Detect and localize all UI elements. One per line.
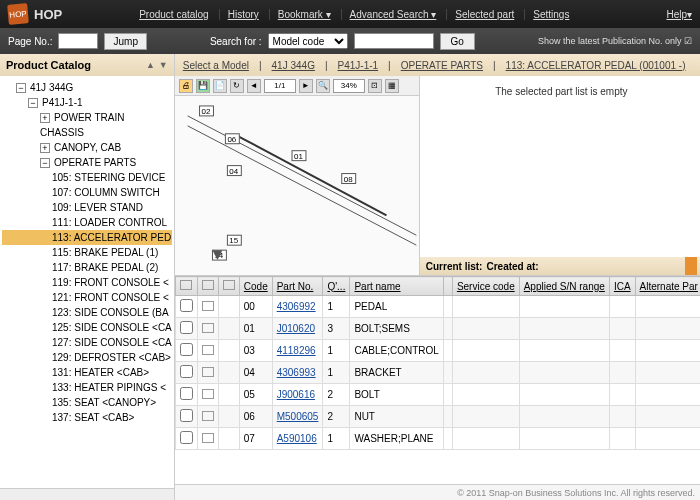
doc-icon[interactable]: 📄: [213, 79, 227, 93]
search-type-select[interactable]: Model code: [268, 33, 348, 49]
grid-icon[interactable]: ▦: [385, 79, 399, 93]
row-checkbox[interactable]: [180, 343, 193, 356]
table-row[interactable]: 06M5006052NUT: [175, 406, 700, 428]
table-row[interactable]: 05J9006162BOLT: [175, 384, 700, 406]
tree-leaf[interactable]: 111: LOADER CONTROL: [2, 215, 172, 230]
zoom-level[interactable]: 34%: [333, 79, 365, 93]
nav-selected-part[interactable]: Selected part: [446, 9, 522, 20]
zoom-icon[interactable]: 🔍: [316, 79, 330, 93]
sort-up-icon[interactable]: ▲: [146, 60, 155, 70]
bc-group[interactable]: OPERATE PARTS: [401, 60, 483, 71]
column-header[interactable]: Q'...: [323, 277, 350, 296]
column-header[interactable]: Part name: [350, 277, 443, 296]
sidebar-scrollbar[interactable]: [0, 488, 174, 500]
tree-leaf[interactable]: 117: BRAKE PEDAL (2): [2, 260, 172, 275]
bc-model[interactable]: 41J 344G: [272, 60, 315, 71]
search-input[interactable]: [354, 33, 434, 49]
tree-sub[interactable]: −P41J-1-1: [2, 95, 172, 110]
nav-settings[interactable]: Settings: [524, 9, 577, 20]
save-icon[interactable]: 💾: [196, 79, 210, 93]
tree-group[interactable]: −OPERATE PARTS: [2, 155, 172, 170]
part-number-link[interactable]: J900616: [277, 389, 315, 400]
tree-leaf[interactable]: 125: SIDE CONSOLE <CA: [2, 320, 172, 335]
go-button[interactable]: Go: [440, 33, 475, 50]
refresh-icon[interactable]: ↻: [230, 79, 244, 93]
column-header[interactable]: ICA: [609, 277, 635, 296]
name-cell: WASHER;PLANE: [350, 428, 443, 450]
expand-tab[interactable]: [685, 257, 697, 275]
cart-icon[interactable]: [202, 323, 214, 333]
row-checkbox[interactable]: [180, 387, 193, 400]
cart-icon[interactable]: [202, 301, 214, 311]
part-number-link[interactable]: M500605: [277, 411, 319, 422]
tree-root[interactable]: −41J 344G: [2, 80, 172, 95]
part-number-link[interactable]: 4306993: [277, 367, 316, 378]
page-no-input[interactable]: [58, 33, 98, 49]
tree-leaf[interactable]: 131: HEATER <CAB>: [2, 365, 172, 380]
tree-group[interactable]: +POWER TRAIN: [2, 110, 172, 125]
row-checkbox[interactable]: [180, 321, 193, 334]
column-header[interactable]: [443, 277, 452, 296]
top-nav: Product catalog History Bookmark ▾ Advan…: [131, 9, 577, 20]
nav-advanced-search[interactable]: Advanced Search ▾: [341, 9, 445, 20]
row-checkbox[interactable]: [180, 299, 193, 312]
cart-icon[interactable]: [202, 411, 214, 421]
tree-leaf[interactable]: 123: SIDE CONSOLE (BA: [2, 305, 172, 320]
table-row[interactable]: 0341182961CABLE;CONTROL: [175, 340, 700, 362]
row-checkbox[interactable]: [180, 431, 193, 444]
column-header[interactable]: [197, 277, 218, 296]
created-at-label: Created at:: [486, 261, 538, 272]
table-row[interactable]: 07A5901061WASHER;PLANE: [175, 428, 700, 450]
tree-group[interactable]: CHASSIS: [2, 125, 172, 140]
column-header[interactable]: Code: [239, 277, 272, 296]
tree-leaf[interactable]: 109: LEVER STAND: [2, 200, 172, 215]
column-header[interactable]: Alternate Par: [635, 277, 700, 296]
row-checkbox[interactable]: [180, 409, 193, 422]
tree-leaf[interactable]: 127: SIDE CONSOLE <CA: [2, 335, 172, 350]
help-link[interactable]: Help▾: [646, 9, 692, 20]
tree-leaf[interactable]: 107: COLUMN SWITCH: [2, 185, 172, 200]
prev-page-icon[interactable]: ◄: [247, 79, 261, 93]
cart-icon[interactable]: [202, 433, 214, 443]
jump-button[interactable]: Jump: [104, 33, 146, 50]
name-cell: NUT: [350, 406, 443, 428]
publication-filter-label[interactable]: Show the latest Publication No. only ☑: [538, 36, 692, 46]
table-row[interactable]: 0443069931BRACKET: [175, 362, 700, 384]
nav-bookmark[interactable]: Bookmark ▾: [269, 9, 339, 20]
table-row[interactable]: 01J0106203BOLT;SEMS: [175, 318, 700, 340]
tree-leaf[interactable]: 129: DEFROSTER <CAB>: [2, 350, 172, 365]
column-header[interactable]: Service code: [452, 277, 519, 296]
table-row[interactable]: 0043069921PEDAL: [175, 296, 700, 318]
column-header[interactable]: Part No.: [272, 277, 323, 296]
next-page-icon[interactable]: ►: [299, 79, 313, 93]
part-number-link[interactable]: J010620: [277, 323, 315, 334]
tree-leaf[interactable]: 137: SEAT <CAB>: [2, 410, 172, 425]
diagram-view[interactable]: 02 06 04 01 08 15 14: [175, 96, 419, 275]
part-number-link[interactable]: A590106: [277, 433, 317, 444]
print-icon[interactable]: 🖨: [179, 79, 193, 93]
tree-leaf[interactable]: 113: ACCELERATOR PED: [2, 230, 172, 245]
nav-history[interactable]: History: [219, 9, 267, 20]
part-number-link[interactable]: 4306992: [277, 301, 316, 312]
tree-leaf[interactable]: 135: SEAT <CANOPY>: [2, 395, 172, 410]
cart-icon[interactable]: [202, 367, 214, 377]
tree-leaf[interactable]: 105: STEERING DEVICE: [2, 170, 172, 185]
column-header[interactable]: [218, 277, 239, 296]
bc-select-model[interactable]: Select a Model: [183, 60, 249, 71]
nav-product-catalog[interactable]: Product catalog: [131, 9, 217, 20]
cart-icon[interactable]: [202, 345, 214, 355]
tree-leaf[interactable]: 133: HEATER PIPINGS <: [2, 380, 172, 395]
bc-sub[interactable]: P41J-1-1: [338, 60, 379, 71]
column-header[interactable]: [175, 277, 197, 296]
fit-icon[interactable]: ⊡: [368, 79, 382, 93]
tree-leaf[interactable]: 119: FRONT CONSOLE <: [2, 275, 172, 290]
cart-icon[interactable]: [202, 389, 214, 399]
code-cell: 01: [239, 318, 272, 340]
tree-leaf[interactable]: 115: BRAKE PEDAL (1): [2, 245, 172, 260]
row-checkbox[interactable]: [180, 365, 193, 378]
column-header[interactable]: Applied S/N range: [519, 277, 609, 296]
tree-group[interactable]: +CANOPY, CAB: [2, 140, 172, 155]
part-number-link[interactable]: 4118296: [277, 345, 316, 356]
sort-down-icon[interactable]: ▼: [159, 60, 168, 70]
tree-leaf[interactable]: 121: FRONT CONSOLE <: [2, 290, 172, 305]
